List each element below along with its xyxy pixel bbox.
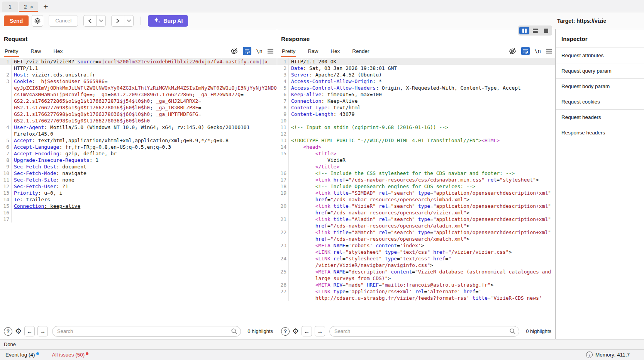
help-icon[interactable]: ? <box>281 327 290 336</box>
hide-nonprintable-icon[interactable] <box>508 48 517 55</box>
search-next-button[interactable]: → <box>315 326 325 336</box>
response-search-input[interactable] <box>329 326 519 337</box>
add-tab-button[interactable]: + <box>39 2 52 12</box>
editor-line[interactable]: 2Date: Sat, 03 Jan 2026 19:38:01 GMT <box>277 65 555 71</box>
editor-line[interactable]: 22 <link title="XMatch" rel="search" typ… <box>277 229 555 236</box>
search-next-button[interactable]: → <box>37 326 48 336</box>
search-prev-button[interactable]: ← <box>302 326 312 336</box>
request-search-input[interactable] <box>52 326 241 337</box>
editor-line[interactable]: 14 <head> <box>277 144 555 150</box>
editor-line[interactable]: 7Accept-Encoding: gzip, deflate, br <box>0 150 277 157</box>
editor-line[interactable]: GS2.1.s1766277698$o1$g0$t1766278036$j60$… <box>0 111 277 117</box>
forward-dropdown-button[interactable] <box>124 15 134 27</box>
editor-line[interactable]: 13Priority: u=0, i <box>0 190 277 196</box>
inspector-item-request-attributes[interactable]: Request attributes <box>556 48 644 63</box>
editor-line[interactable]: 6Keep-Alive: timeout=5, max=100 <box>277 91 555 98</box>
response-editor[interactable]: 1HTTP/1.1 200 OK2Date: Sat, 03 Jan 2026 … <box>277 57 555 323</box>
editor-line[interactable]: href="/cds-navbar-resources/opensearch/s… <box>277 196 555 203</box>
inspector-item-request-cookies[interactable]: Request cookies <box>556 94 644 109</box>
show-newlines-toggle[interactable]: \n <box>256 48 263 54</box>
editor-line[interactable]: 16 <!-- Include the CSS stylesheet for t… <box>277 170 555 177</box>
inspector-item-request-query-param[interactable]: Request query param <box>556 63 644 78</box>
editor-line[interactable]: http://cdsarc.u-strasbg.fr/vizier/feeds?… <box>277 295 555 301</box>
back-dropdown-button[interactable] <box>97 15 106 27</box>
tab-pretty[interactable]: Pretty <box>281 46 296 57</box>
editor-line[interactable]: HTTP/1.1 <box>0 65 277 71</box>
editor-line[interactable]: 5Accept: text/html,application/xhtml+xml… <box>0 137 277 144</box>
editor-line[interactable]: 3Server: Apache/2.4.52 (Ubuntu) <box>277 71 555 78</box>
repeater-tab-1[interactable]: 1 <box>2 2 18 12</box>
word-wrap-toggle-icon[interactable] <box>243 47 251 55</box>
editor-line[interactable]: eyJpZCI6ImVjODhkMmJiLWFlZWQtNWQxYy04ZGIx… <box>0 85 277 91</box>
editor-line[interactable]: 9Content-Length: 43079 <box>277 111 555 117</box>
editor-line[interactable]: 21 <link title="Aladin" rel="search" typ… <box>277 216 555 222</box>
editor-line[interactable]: 5Access-Control-Allow-Headers: Origin, X… <box>277 85 555 91</box>
editor-line[interactable]: 13<!DOCTYPE HTML PUBLIC "-//W3C//DTD HTM… <box>277 137 555 144</box>
inspector-item-request-headers[interactable]: Request headers <box>556 109 644 125</box>
editor-line[interactable]: 7Connection: Keep-Alive <box>277 98 555 104</box>
editor-line[interactable]: 4Access-Control-Allow-Origin: * <box>277 78 555 85</box>
editor-line[interactable]: 17 <link href="/cds-navbar-resources/css… <box>277 177 555 183</box>
editor-line[interactable]: large surveys from CDS)"> <box>277 275 555 282</box>
tab-pretty[interactable]: Pretty <box>4 46 19 57</box>
editor-line[interactable]: 16 <box>0 209 277 216</box>
repeater-tab-2[interactable]: 2 × <box>19 2 38 12</box>
editor-line[interactable]: csImV4aXN0aW5nIjp0cnVlfQ==; _ga=GA1.2.20… <box>0 91 277 98</box>
search-settings-icon[interactable]: ⚙ <box>292 327 299 336</box>
editor-line[interactable]: 11<!-- Input on stdin (cgiprint-9.68 (20… <box>277 124 555 131</box>
editor-line[interactable]: 2Host: vizier.cds.unistra.fr <box>0 71 277 78</box>
tab-raw[interactable]: Raw <box>30 46 42 57</box>
editor-line[interactable]: 14Te: trailers <box>0 196 277 203</box>
event-log-button[interactable]: Event log (4) <box>5 352 39 358</box>
help-icon[interactable]: ? <box>4 327 12 336</box>
show-newlines-toggle[interactable]: \n <box>534 48 541 54</box>
editor-line[interactable]: 6Accept-Language: fr,fr-FR;q=0.8,en-US;q… <box>0 144 277 150</box>
editor-line[interactable]: 1GET /viz-bin/VizieR?-source=x|curl%200l… <box>0 58 277 65</box>
editor-line[interactable]: GS2.1.s1766277698$o1$g0$t1766278036$j60$… <box>0 104 277 111</box>
editor-line[interactable]: 8Content-Type: text/html <box>277 104 555 111</box>
editor-line[interactable]: href="/cds-navbar-resources/opensearch/v… <box>277 209 555 216</box>
editor-line[interactable]: href="/cds-navbar-resources/opensearch/a… <box>277 222 555 229</box>
tab-render[interactable]: Render <box>351 46 370 57</box>
editor-line[interactable]: 4User-Agent: Mozilla/5.0 (Windows NT 10.… <box>0 124 277 131</box>
search-prev-button[interactable]: ← <box>24 326 35 336</box>
editor-line[interactable]: 3Cookie: _hjSessionUser_6565986= <box>0 78 277 85</box>
send-settings-button[interactable] <box>32 15 43 27</box>
editor-line[interactable]: 18 <!-- Include OpenSearch engines for C… <box>277 183 555 190</box>
back-button[interactable] <box>83 15 97 27</box>
tab-hex[interactable]: Hex <box>330 46 341 57</box>
editor-line[interactable]: 17 <box>0 216 277 222</box>
editor-line[interactable]: 26 <META REV="made" HREF="mailto:francoi… <box>277 282 555 288</box>
editor-line[interactable]: 24 <LINK rel="stylesheet" type="text/css… <box>277 255 555 262</box>
editor-line[interactable]: 10Sec-Fetch-Mode: navigate <box>0 170 277 177</box>
search-settings-icon[interactable]: ⚙ <box>15 327 22 336</box>
word-wrap-toggle-icon[interactable] <box>521 47 530 55</box>
editor-line[interactable]: </title> <box>277 163 555 170</box>
editor-line[interactable]: 19 <link title="SIMBAD" rel="search" typ… <box>277 190 555 196</box>
editor-line[interactable]: 15Connection: keep-alive <box>0 203 277 209</box>
inspector-item-response-headers[interactable]: Response headers <box>556 125 644 140</box>
editor-line[interactable]: VizieR <box>277 157 555 163</box>
forward-button[interactable] <box>111 15 124 27</box>
editor-line[interactable]: Firefox/145.0 <box>0 131 277 137</box>
editor-line[interactable]: GS2.1.s1766277698$o1$g0$t1766278036$j60$… <box>0 117 277 124</box>
burp-ai-button[interactable]: Burp AI <box>148 15 188 27</box>
editor-line[interactable]: <LINK rel="stylesheet" type="text/css" h… <box>277 249 555 255</box>
editor-line[interactable]: GS2.2.s1766272865$o1$g1$t1766272871$j54$… <box>0 98 277 104</box>
inspector-item-request-body-param[interactable]: Request body param <box>556 78 644 94</box>
editor-line[interactable]: href="/cds-navbar-resources/opensearch/x… <box>277 236 555 242</box>
columns-layout-button[interactable] <box>519 27 529 34</box>
editor-line[interactable]: 20 <link title="VizieR" rel="search" typ… <box>277 203 555 209</box>
cancel-button[interactable]: Cancel <box>49 15 78 27</box>
close-tab-icon[interactable]: × <box>30 3 34 10</box>
editor-line[interactable]: 8Upgrade-Insecure-Requests: 1 <box>0 157 277 163</box>
hide-nonprintable-icon[interactable] <box>230 48 238 55</box>
editor-line[interactable]: 15 <title> <box>277 150 555 157</box>
editor-line[interactable]: 12 <box>277 131 555 137</box>
editor-line[interactable]: 10 <box>277 117 555 124</box>
request-editor[interactable]: 1GET /viz-bin/VizieR?-source=x|curl%200l… <box>0 57 277 323</box>
all-issues-button[interactable]: All issues (50) <box>52 352 89 358</box>
editor-line[interactable]: 25 <META NAME="description" content="Viz… <box>277 268 555 275</box>
editor-menu-icon[interactable] <box>267 48 274 54</box>
editor-line[interactable]: 12Sec-Fetch-User: ?1 <box>0 183 277 190</box>
